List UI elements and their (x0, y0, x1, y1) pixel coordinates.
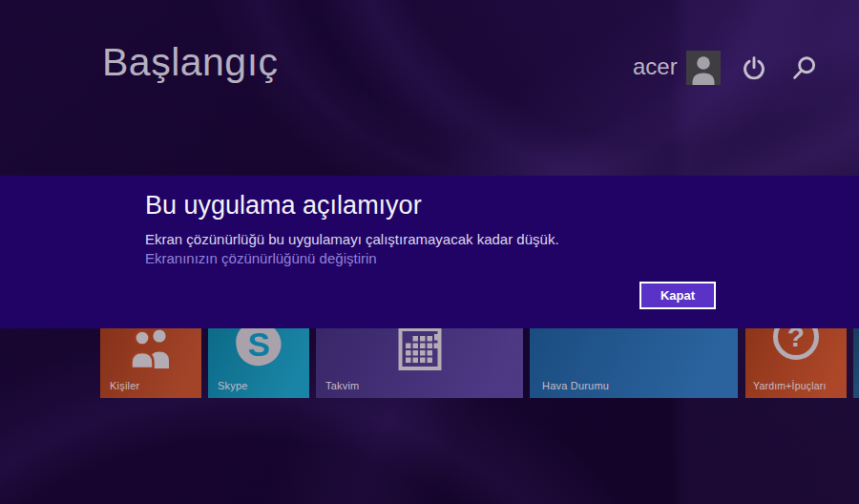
calendar-icon (397, 326, 442, 371)
dialog-message: Ekran çözünürlüğü bu uygulamayı çalıştır… (145, 230, 859, 249)
people-icon (127, 326, 175, 368)
avatar[interactable] (686, 51, 721, 85)
power-button[interactable] (740, 54, 768, 83)
tile-label: Yardım+İpuçları (753, 380, 827, 391)
app-error-dialog: Bu uygulama açılamıyor Ekran çözünürlüğü… (0, 176, 859, 328)
tile-label: Hava Durumu (542, 380, 609, 391)
power-icon (740, 54, 768, 83)
start-screen: Başlangıç acer (0, 0, 859, 504)
tile-label: Takvim (325, 380, 359, 391)
search-icon (789, 54, 818, 83)
dialog-title: Bu uygulama açılamıyor (145, 189, 859, 221)
user-name[interactable]: acer (633, 53, 678, 80)
close-button[interactable]: Kapat (639, 282, 716, 309)
tile-label: Kişiler (110, 380, 139, 391)
change-resolution-link[interactable]: Ekranınızın çözünürlüğünü değiştirin (145, 249, 377, 268)
tile-label: Skype (218, 380, 248, 391)
user-avatar-icon (686, 51, 721, 85)
search-button[interactable] (789, 54, 818, 83)
page-title: Başlangıç (102, 40, 279, 85)
